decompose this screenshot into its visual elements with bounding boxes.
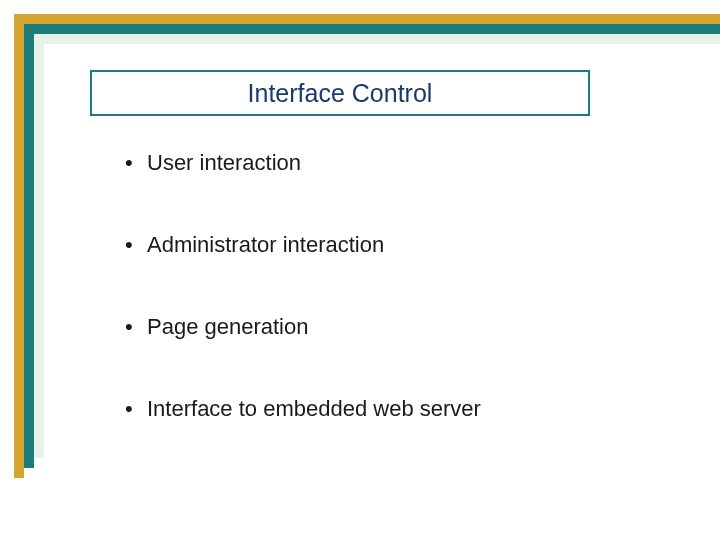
bullet-text: Administrator interaction: [147, 232, 384, 258]
bullet-icon: •: [125, 150, 147, 176]
frame-inner-left: [34, 34, 44, 458]
page-title: Interface Control: [248, 79, 433, 108]
frame-outer-left: [14, 14, 24, 478]
bullet-icon: •: [125, 314, 147, 340]
frame-mid-left: [24, 24, 34, 468]
bullet-text: Page generation: [147, 314, 308, 340]
bullet-list: • User interaction • Administrator inter…: [125, 150, 680, 478]
title-box: Interface Control: [90, 70, 590, 116]
list-item: • User interaction: [125, 150, 680, 176]
list-item: • Interface to embedded web server: [125, 396, 680, 422]
bullet-icon: •: [125, 396, 147, 422]
bullet-icon: •: [125, 232, 147, 258]
frame-mid-top: [24, 24, 720, 34]
bullet-text: User interaction: [147, 150, 301, 176]
frame-outer-top: [14, 14, 720, 24]
frame-inner-top: [34, 34, 720, 44]
bullet-text: Interface to embedded web server: [147, 396, 481, 422]
list-item: • Page generation: [125, 314, 680, 340]
list-item: • Administrator interaction: [125, 232, 680, 258]
